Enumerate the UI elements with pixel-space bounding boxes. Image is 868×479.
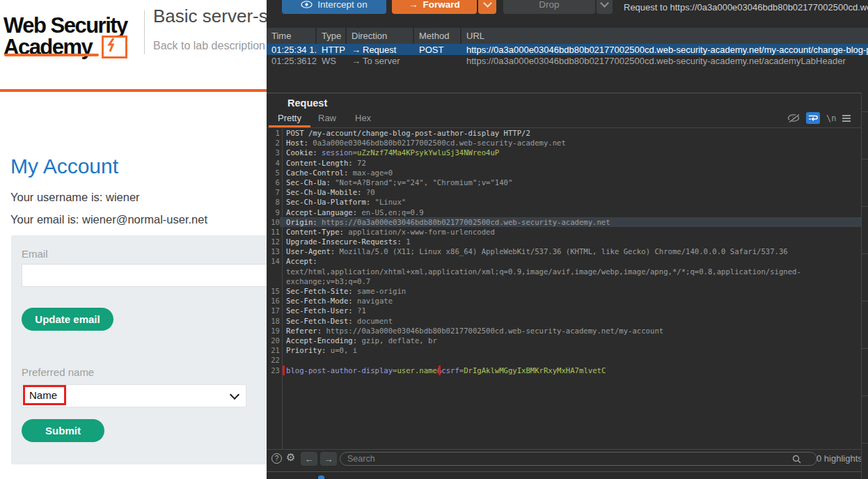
logo-underline [4,54,99,56]
lightning-icon [102,36,127,58]
request-destination-text: Request to https://0a3a000e03046bdb80b02… [624,2,868,13]
editor-line: 2Host: 0a3a000e03046bdb80b02177002500cd.… [267,138,861,148]
annotation-box-payload: blog-post-author-display=user.name [286,366,437,375]
editor-line: 20Accept-Encoding: gzip, deflate, br [267,336,861,345]
forward-dropdown-button[interactable] [478,0,496,14]
request-panel-title: Request [287,97,327,109]
intercept-toggle-button[interactable]: Intercept on [282,0,386,14]
intercept-queue-table: Time Type Direction Method URL 01:25:34 … [267,28,868,66]
column-header-type[interactable]: Type [317,28,347,44]
direction-arrow-icon: → [352,56,363,66]
username-text: Your username is: wiener [10,191,140,204]
editor-line: 3Cookie: session=uZzNzf74Ma4KPsykYwluSj3… [267,148,861,157]
drop-button[interactable]: Drop [503,0,595,14]
burp-window: Intercept on → Forward Drop Request to h… [267,0,868,479]
editor-line: 4Content-Length: 72 [267,158,861,168]
editor-line: 11Content-Type: application/x-www-form-u… [267,227,861,237]
lab-header-accent-bar [0,89,267,92]
newline-icon[interactable]: \n [826,113,836,123]
header-divider [144,10,145,54]
lab-title: Basic server-si [153,6,267,27]
table-rows: 01:25:34 1...HTTP→RequestPOSThttps://0a3… [267,44,868,66]
column-header-method[interactable]: Method [414,28,461,44]
editor-line-continuation: exchange;v=b3;q=0.7 [267,276,861,286]
column-header-time[interactable]: Time [267,28,317,44]
email-text: Your email is: wiener@normal-user.net [10,213,207,226]
editor-line: 12Upgrade-Insecure-Requests: 1 [267,237,861,246]
editor-line: 22 [267,355,861,365]
editor-line: 17Sec-Fetch-User: ?1 [267,306,861,315]
editor-line: 9Accept-Language: en-US,en;q=0.9 [267,207,861,217]
editor-line: 13User-Agent: Mozilla/5.0 (X11; Linux x8… [267,246,861,256]
lab-page: Web Security Academy Basic server-si Bac… [0,0,267,479]
editor-line: 6Sec-Ch-Ua: "Not=A?Brand";v="24", "Chrom… [267,178,861,187]
search-next-button[interactable]: → [320,452,337,466]
drop-dropdown-button[interactable] [597,0,613,14]
chevron-down-icon [600,0,609,7]
editor-line: 16Sec-Fetch-Mode: navigate [267,296,861,306]
highlights-count: 0 highlights [816,453,862,464]
eye-icon [301,1,313,8]
help-icon[interactable]: ? [271,453,282,464]
word-wrap-icon[interactable] [806,112,820,124]
search-input[interactable] [340,452,817,466]
editor-line: 5Cache-Control: max-age=0 [267,168,861,178]
editor-line: 19Referer: https://0a3a000e03046bdb80b02… [267,326,861,336]
chevron-down-icon [230,390,239,400]
editor-line: 7Sec-Ch-Ua-Mobile: ?0 [267,187,861,197]
menu-icon[interactable] [842,115,851,122]
gear-icon[interactable]: ⚙ [286,451,295,464]
table-row[interactable]: 01:25:3612...WS→To serverhttps://0a3a000… [267,55,868,66]
direction-arrow-icon: → [352,45,363,55]
request-editor[interactable]: 1POST /my-account/change-blog-post-autho… [267,128,861,449]
panel-divider [267,93,868,93]
inspector-collapsed-strip[interactable] [861,93,868,479]
table-row[interactable]: 01:25:34 1...HTTP→RequestPOSThttps://0a3… [267,44,868,55]
screenshot-root: Web Security Academy Basic server-si Bac… [0,0,868,479]
editor-line: 1POST /my-account/change-blog-post-autho… [267,128,861,138]
editor-line: 8Sec-Ch-Ua-Platform: "Linux" [267,197,861,207]
email-field[interactable] [22,264,267,287]
tab-indicator-dot [318,476,324,479]
column-header-direction[interactable]: Direction [347,28,414,44]
editor-line: 18Sec-Fetch-Dest: document [267,316,861,326]
arrow-right-icon: → [409,0,418,10]
chevron-down-icon [483,0,492,7]
editor-toolbar-icons: \n [787,112,851,124]
gutter-divider [282,128,283,449]
search-prev-button[interactable]: ← [301,452,317,466]
tab-raw[interactable]: Raw [318,113,336,123]
preferred-name-label: Preferred name [22,366,94,378]
request-view-tabs: PrettyRawHex [267,113,861,127]
page-title: My Account [10,155,118,178]
editor-line: 21Priority: u=0, i [267,345,861,355]
update-email-button[interactable]: Update email [22,308,113,331]
table-header: Time Type Direction Method URL [267,28,868,44]
editor-line: 15Sec-Fetch-Site: same-origin [267,286,861,296]
tab-pretty[interactable]: Pretty [278,113,301,123]
editor-search-bar: ? ⚙ ← → 0 highlights [267,449,868,468]
annotation-box-name [23,385,66,405]
forward-button[interactable]: → Forward [392,0,477,14]
editor-line: 23blog-post-author-display=user.name&csr… [267,366,861,375]
editor-line: 10Origin: https://0a3a000e03046bdb80b021… [267,217,861,227]
submit-button[interactable]: Submit [22,419,104,442]
search-icon [792,454,801,466]
column-header-url[interactable]: URL [461,28,868,44]
email-field-label: Email [22,248,48,260]
eye-off-icon[interactable] [787,113,800,123]
bottom-strip [267,472,868,479]
back-to-lab-link[interactable]: Back to lab description [153,40,265,52]
account-form-panel: Email Update email Preferred name Name S… [11,235,267,464]
editor-line-continuation: text/html,application/xhtml+xml,applicat… [267,267,861,276]
editor-line: 14Accept: [267,256,861,266]
tab-hex[interactable]: Hex [355,113,371,123]
